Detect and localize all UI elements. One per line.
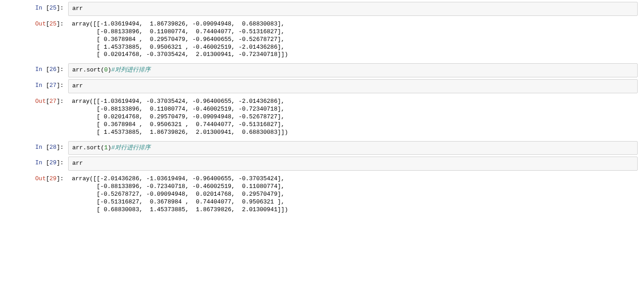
cell-output: Out[25]:array([[-1.03619494, 1.86739826,…	[0, 18, 644, 61]
prompt-keyword: In	[35, 66, 43, 73]
cell-input: In [29]:arr	[0, 157, 644, 171]
prompt-number: 25	[50, 5, 57, 11]
code-output: array([[-1.03619494, -0.37035424, -0.964…	[68, 95, 638, 139]
code-input[interactable]: arr.sort(1)#对行进行排序	[68, 141, 638, 155]
prompt-keyword: Out	[35, 98, 46, 105]
notebook-area: In [25]:arrOut[25]:array([[-1.03619494, …	[0, 2, 644, 217]
cell-output: Out[27]:array([[-1.03619494, -0.37035424…	[0, 95, 644, 139]
input-prompt: In [28]:	[0, 141, 68, 154]
input-prompt: In [25]:	[0, 2, 68, 15]
cell-input: In [27]:arr	[0, 79, 644, 93]
prompt-number: 27	[50, 82, 57, 89]
prompt-number: 27	[50, 98, 57, 105]
code-input[interactable]: arr	[68, 79, 638, 93]
output-prompt: Out[25]:	[0, 18, 68, 31]
cell-output: Out[29]:array([[-2.01436286, -1.03619494…	[0, 172, 644, 216]
cell-input: In [25]:arr	[0, 2, 644, 16]
cell-input: In [28]:arr.sort(1)#对行进行排序	[0, 141, 644, 155]
prompt-keyword: In	[35, 144, 43, 151]
prompt-number: 29	[50, 175, 57, 182]
prompt-keyword: In	[35, 82, 43, 89]
code-input[interactable]: arr	[68, 2, 638, 16]
input-prompt: In [27]:	[0, 79, 68, 92]
output-prompt: Out[27]:	[0, 95, 68, 108]
input-prompt: In [26]:	[0, 63, 68, 76]
prompt-number: 28	[50, 144, 57, 151]
cell-input: In [26]:arr.sort(0)#对列进行排序	[0, 63, 644, 77]
code-output: array([[-2.01436286, -1.03619494, -0.964…	[68, 172, 638, 216]
prompt-keyword: Out	[35, 20, 46, 27]
prompt-number: 26	[50, 66, 57, 73]
prompt-keyword: In	[35, 159, 43, 166]
prompt-number: 29	[50, 159, 57, 166]
code-input[interactable]: arr.sort(0)#对列进行排序	[68, 63, 638, 77]
code-input[interactable]: arr	[68, 157, 638, 171]
prompt-keyword: In	[35, 5, 43, 11]
input-prompt: In [29]:	[0, 157, 68, 170]
prompt-keyword: Out	[35, 175, 46, 182]
output-prompt: Out[29]:	[0, 172, 68, 186]
prompt-number: 25	[50, 20, 57, 27]
code-output: array([[-1.03619494, 1.86739826, -0.0909…	[68, 18, 638, 61]
